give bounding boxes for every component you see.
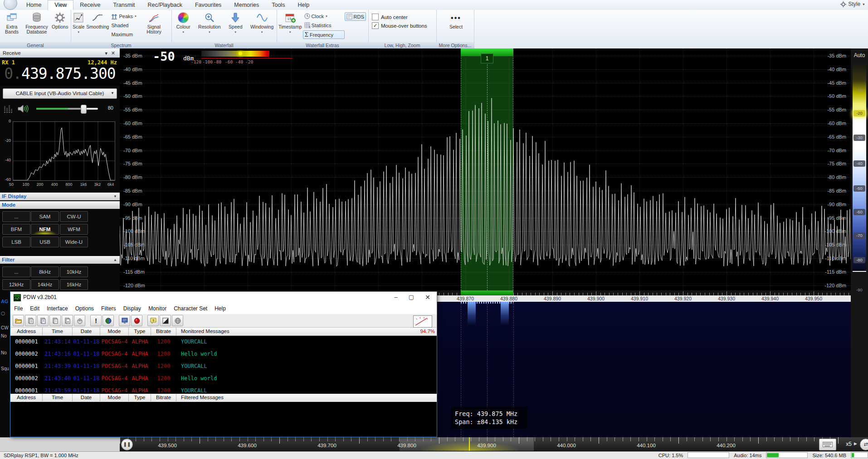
volume-slider[interactable] (36, 108, 98, 110)
mode-button-usb[interactable]: USB (31, 237, 59, 247)
range-tick-minus10[interactable]: -10 (853, 87, 865, 93)
mode-button-bfm[interactable]: BFM (2, 224, 30, 235)
pdw-menu-filters[interactable]: Filters (98, 305, 120, 312)
volume-handle[interactable] (81, 105, 87, 114)
auto-center-checkbox[interactable]: Auto center (372, 13, 408, 21)
range-tick-minus40[interactable]: -40 (853, 160, 865, 167)
pdw-menu-character-set[interactable]: Character Set (170, 305, 211, 312)
column-header-type[interactable]: Type (129, 394, 151, 402)
scale-button[interactable]: Scale ▼ (72, 11, 85, 36)
frequency-toggle-button[interactable]: Σ Frequency (303, 30, 345, 39)
mode-button-sam[interactable]: SAM (31, 211, 59, 222)
marker-1-tag[interactable]: 1 (481, 53, 493, 63)
column-header-address[interactable]: Address (10, 394, 43, 402)
mode-button-wfm[interactable]: WFM (60, 224, 88, 235)
range-tick-minus60[interactable]: -60 (853, 209, 865, 215)
column-header-address[interactable]: Address (10, 328, 43, 336)
select-button[interactable]: ••• Select (449, 11, 463, 30)
minimize-button[interactable]: – (389, 292, 403, 303)
column-header-time[interactable]: Time (43, 328, 73, 336)
tab-transmit[interactable]: Transmit (107, 0, 141, 10)
rds-button[interactable]: RDS (345, 12, 366, 21)
filter-button-14khz[interactable]: 14kHz (31, 279, 59, 290)
range-tick-minus80[interactable]: -80 (853, 257, 865, 263)
smoothing-button[interactable]: Smoothing (85, 11, 110, 30)
app-menu-button[interactable] (4, 0, 17, 10)
message-row[interactable]: 000000121:43:5901-11-18POCSAG-4ALPHA1200… (10, 387, 437, 394)
mode-button-wideu[interactable]: Wide-U (60, 237, 88, 247)
windowing-button[interactable]: Windowing ▼ (249, 11, 274, 36)
tab-favourites[interactable]: Favourites (189, 0, 228, 10)
equalizer-icon[interactable] (4, 104, 14, 113)
filter-button-16khz[interactable]: 16kHz (60, 279, 88, 290)
extra-bands-button[interactable]: Extra Bands (1, 11, 23, 35)
filter-button-12khz[interactable]: 12kHz (2, 279, 30, 290)
speaker-icon[interactable] (17, 103, 29, 114)
mode-button-nfm[interactable]: NFM (31, 224, 59, 235)
world-button[interactable] (172, 315, 183, 326)
column-header-messages[interactable]: Filtered Messages (176, 394, 437, 402)
keyboard-button[interactable] (819, 439, 836, 450)
column-header-type[interactable]: Type (129, 328, 151, 336)
column-header-date[interactable]: Date (73, 394, 100, 402)
collapse-icon[interactable]: ▼ (104, 51, 111, 56)
message-row[interactable]: 000000121:43:1401-11-18POCSAG-4ALPHA1200… (10, 338, 437, 345)
audio-device-select[interactable]: CABLE Input (VB-Audio Virtual Cable) ▼ (3, 88, 117, 99)
maximize-button[interactable]: ▢ (404, 292, 419, 303)
message-row[interactable]: 000000221:43:4001-11-18POCSAG-4ALPHA1200… (10, 375, 437, 382)
mode-button-lsb[interactable]: LSB (2, 237, 30, 247)
close-button[interactable]: ✕ (420, 292, 435, 303)
spectrum-display[interactable]: 1 -35 dBm-35 dBm-40 dBm-40 dBm-45 dBm-45… (120, 48, 851, 290)
pdw-window[interactable]: PDW v3.2b01 – ▢ ✕ FileEditInterfaceOptio… (10, 291, 437, 437)
pdw-menu-options[interactable]: Options (72, 305, 98, 312)
column-header-mode[interactable]: Mode (100, 394, 129, 402)
close-icon[interactable]: ✕ (111, 50, 118, 56)
options-button[interactable]: Options (51, 11, 69, 30)
tab-tools[interactable]: Tools (265, 0, 291, 10)
document-button[interactable] (25, 315, 36, 326)
waterfall-colorbar[interactable] (201, 51, 269, 57)
range-gradient-bar[interactable] (853, 62, 866, 271)
column-header-date[interactable]: Date (73, 328, 100, 336)
colour-button[interactable]: Colour ▼ (176, 11, 191, 36)
pdw-menu-interface[interactable]: Interface (43, 305, 72, 312)
pause-button[interactable]: ❚❚ (121, 439, 133, 450)
monitor-button[interactable] (119, 315, 130, 326)
tab-rec-playback[interactable]: Rec/Playback (141, 0, 189, 10)
peaks-button[interactable]: Peaks ▼ (110, 12, 143, 20)
mode-button-[interactable]: ... (2, 211, 30, 222)
pdw-menu-monitor[interactable]: Monitor (145, 305, 170, 312)
column-header-messages[interactable]: Monitored Messages (176, 328, 437, 336)
style-menu[interactable]: Style ▼ (840, 1, 865, 7)
radio-icon[interactable]: ◯ (1, 311, 5, 315)
filter-button-8khz[interactable]: 8kHz (31, 266, 59, 277)
column-header-bitrate[interactable]: Bitrate (151, 328, 176, 336)
contrast-button[interactable] (160, 315, 171, 326)
range-tick-minus90[interactable]: -90 (853, 287, 865, 293)
column-header-mode[interactable]: Mode (100, 328, 129, 336)
filter-button-10khz[interactable]: 10kHz (60, 266, 88, 277)
globe-button[interactable] (102, 315, 114, 326)
statistics-button[interactable]: 9 Statistics (303, 21, 345, 29)
message-row[interactable]: 000000221:43:1601-11-18POCSAG-4ALPHA1200… (10, 351, 437, 357)
pdw-menu-help[interactable]: Help (211, 305, 229, 312)
range-tick-minus70[interactable]: -70 (853, 232, 865, 239)
pdw-title-bar[interactable]: PDW v3.2b01 – ▢ ✕ (10, 292, 437, 303)
if-display-header[interactable]: IF Display ▼ (0, 193, 120, 200)
column-header-bitrate[interactable]: Bitrate (151, 394, 176, 402)
auto-range-button[interactable]: Auto (851, 52, 868, 58)
zoom-multiplier[interactable]: x5 (846, 441, 852, 447)
frequency-readout[interactable]: 0.439.875.300 (0, 65, 120, 82)
mode-button-cwu[interactable]: CW-U (60, 211, 88, 222)
tab-memories[interactable]: Memories (228, 0, 265, 10)
tab-help[interactable]: Help (291, 0, 316, 10)
frequency-database-button[interactable]: Frequency Database (23, 11, 51, 35)
signal-history-button[interactable]: Signal History (143, 11, 164, 35)
resolution-button[interactable]: Resolution ▼ (197, 11, 222, 36)
record-button[interactable] (131, 315, 142, 326)
column-header-time[interactable]: Time (43, 394, 73, 402)
document-button[interactable] (49, 315, 61, 326)
pdw-menu-display[interactable]: Display (120, 305, 145, 312)
pdw-menu-edit[interactable]: Edit (26, 305, 43, 312)
filtered-messages-header[interactable]: AddressTimeDateModeTypeBitrateFiltered M… (10, 394, 437, 402)
